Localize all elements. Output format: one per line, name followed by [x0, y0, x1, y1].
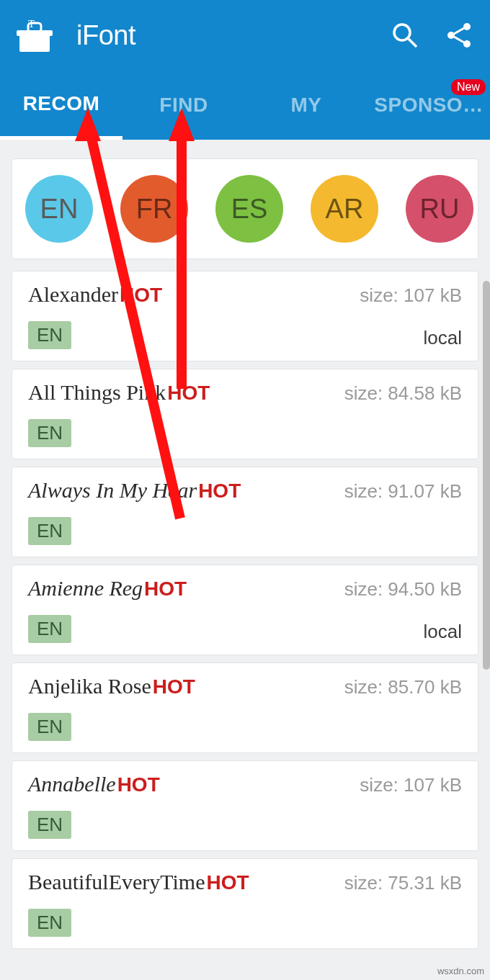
font-name: Always In My Hear — [28, 478, 197, 503]
tab-label: FIND — [159, 94, 208, 117]
svg-point-8 — [463, 40, 471, 48]
font-item[interactable]: AnnabelleHOTsize: 107 kBEN — [12, 760, 478, 851]
lang-tag: EN — [28, 517, 71, 545]
font-list[interactable]: AlexanderHOTsize: 107 kBENlocalAll Thing… — [0, 271, 490, 949]
font-size-label: size: 107 kB — [360, 774, 462, 796]
app-header: T iFont — [0, 0, 490, 71]
font-name: Amienne Reg — [28, 576, 143, 601]
hot-badge: HOT — [167, 382, 210, 405]
lang-tag: EN — [28, 909, 71, 937]
watermark: wsxdn.com — [437, 966, 484, 976]
svg-line-5 — [409, 39, 416, 47]
tab-sponsor[interactable]: SPONSO… New — [368, 71, 490, 140]
source-label: local — [424, 621, 462, 643]
font-item[interactable]: Anjelika RoseHOTsize: 85.70 kBEN — [12, 662, 478, 753]
app-logo-icon: T — [14, 15, 55, 55]
font-size-label: size: 85.70 kB — [344, 676, 462, 698]
font-name: Alexander — [28, 282, 118, 307]
font-item[interactable]: AlexanderHOTsize: 107 kBENlocal — [12, 271, 478, 361]
language-chip-fr[interactable]: FR — [120, 175, 188, 243]
font-size-label: size: 91.07 kB — [344, 480, 462, 503]
lang-tag: EN — [28, 615, 71, 643]
language-chip-ru[interactable]: RU — [406, 175, 473, 243]
language-chip-bar[interactable]: ENFRESARRU — [12, 158, 478, 259]
font-item[interactable]: Always In My HearHOTsize: 91.07 kBEN — [12, 467, 478, 557]
language-chip-ar[interactable]: AR — [311, 175, 378, 243]
svg-line-10 — [454, 37, 464, 42]
tab-label: MY — [291, 94, 322, 117]
lang-tag: EN — [28, 419, 71, 447]
hot-badge: HOT — [144, 577, 187, 601]
svg-point-4 — [394, 24, 410, 40]
share-icon[interactable] — [444, 19, 476, 51]
tab-recom[interactable]: RECOM — [0, 71, 122, 140]
new-badge: New — [451, 79, 486, 95]
lang-tag: EN — [28, 713, 71, 741]
font-item[interactable]: All Things PinkHOTsize: 84.58 kBEN — [12, 369, 478, 459]
hot-badge: HOT — [117, 773, 160, 796]
hot-badge: HOT — [198, 480, 241, 503]
search-icon[interactable] — [389, 19, 421, 51]
svg-point-7 — [447, 32, 455, 39]
source-label: local — [424, 327, 462, 349]
tab-my[interactable]: MY — [245, 71, 368, 140]
language-chip-es[interactable]: ES — [215, 175, 283, 243]
hot-badge: HOT — [120, 284, 162, 307]
font-item[interactable]: Amienne RegHOTsize: 94.50 kBENlocal — [12, 565, 478, 655]
hot-badge: HOT — [207, 871, 249, 894]
svg-line-9 — [454, 28, 464, 34]
tab-label: SPONSO… — [374, 94, 483, 117]
language-chip-en[interactable]: EN — [25, 175, 93, 243]
tab-label: RECOM — [23, 92, 100, 115]
tab-bar: RECOM FIND MY SPONSO… New — [0, 71, 490, 140]
lang-tag: EN — [28, 811, 71, 839]
font-name: BeautifulEveryTime — [28, 870, 205, 894]
app-title: iFont — [76, 20, 366, 51]
font-size-label: size: 107 kB — [360, 284, 462, 307]
lang-tag: EN — [28, 321, 71, 349]
tab-find[interactable]: FIND — [122, 71, 245, 140]
scrollbar-thumb[interactable] — [483, 281, 490, 670]
font-size-label: size: 75.31 kB — [344, 872, 462, 894]
font-name: All Things Pink — [28, 380, 166, 405]
hot-badge: HOT — [153, 675, 195, 698]
font-item[interactable]: BeautifulEveryTimeHOTsize: 75.31 kBEN — [12, 858, 478, 949]
font-size-label: size: 94.50 kB — [344, 578, 462, 601]
font-name: Anjelika Rose — [28, 674, 151, 698]
font-size-label: size: 84.58 kB — [344, 382, 462, 405]
font-name: Annabelle — [28, 772, 116, 796]
svg-point-6 — [463, 23, 471, 30]
